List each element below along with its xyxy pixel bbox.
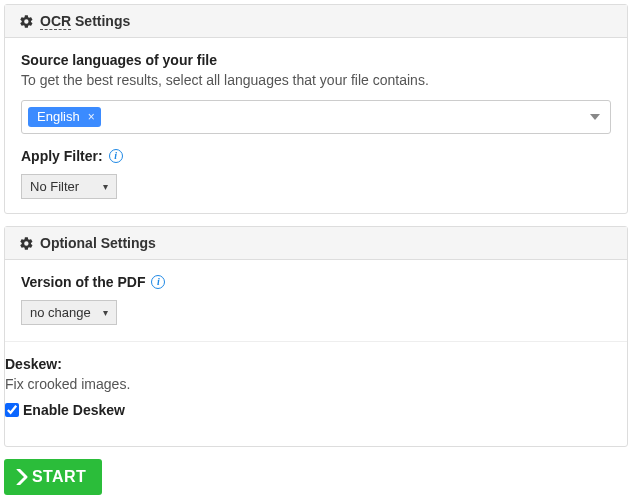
ocr-settings-body: Source languages of your file To get the… [5, 38, 627, 213]
source-languages-multiselect[interactable]: English × [21, 100, 611, 134]
start-button-label: START [32, 468, 86, 486]
ocr-settings-header: OCR Settings [5, 5, 627, 38]
optional-settings-body: Version of the PDF i no change ▾ Deskew:… [5, 260, 627, 446]
source-languages-label: Source languages of your file [21, 52, 611, 68]
apply-filter-label: Apply Filter: i [21, 148, 611, 164]
gear-icon [19, 236, 34, 251]
optional-settings-header: Optional Settings [5, 227, 627, 260]
language-tag-english: English × [28, 107, 101, 127]
enable-deskew-label[interactable]: Enable Deskew [23, 402, 125, 418]
ocr-abbr: OCR [40, 13, 71, 30]
optional-settings-title: Optional Settings [40, 235, 156, 251]
optional-settings-panel: Optional Settings Version of the PDF i n… [4, 226, 628, 447]
enable-deskew-checkbox[interactable] [5, 403, 19, 417]
pdf-version-value: no change [30, 305, 91, 320]
ocr-settings-panel: OCR Settings Source languages of your fi… [4, 4, 628, 214]
info-icon[interactable]: i [151, 275, 165, 289]
remove-language-icon[interactable]: × [88, 110, 95, 124]
chevron-down-icon: ▾ [103, 181, 108, 192]
deskew-label: Deskew: [5, 356, 627, 372]
deskew-help: Fix crooked images. [5, 376, 627, 392]
start-button[interactable]: START [4, 459, 102, 495]
info-icon[interactable]: i [109, 149, 123, 163]
apply-filter-select[interactable]: No Filter ▾ [21, 174, 117, 199]
caret-down-icon[interactable] [590, 114, 600, 120]
source-languages-help: To get the best results, select all lang… [21, 72, 611, 88]
pdf-version-label: Version of the PDF i [21, 274, 611, 290]
gear-icon [19, 14, 34, 29]
ocr-settings-title: OCR Settings [40, 13, 130, 29]
apply-filter-value: No Filter [30, 179, 79, 194]
chevron-right-icon [16, 469, 28, 485]
chevron-down-icon: ▾ [103, 307, 108, 318]
language-tag-label: English [37, 109, 80, 124]
pdf-version-select[interactable]: no change ▾ [21, 300, 117, 325]
